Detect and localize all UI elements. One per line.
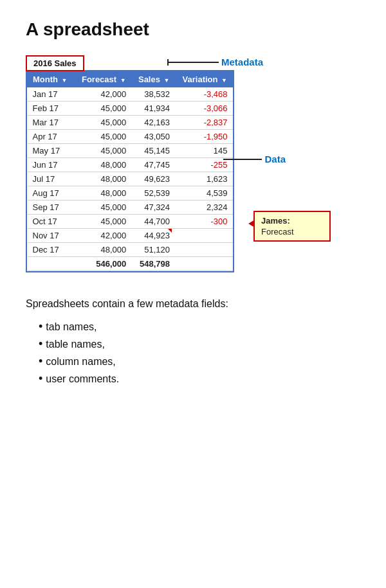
cell-month: Oct 17 [28,215,75,229]
cell-sales: 51,120 [131,243,175,257]
variation-dropdown[interactable]: ▼ [221,77,227,84]
cell-month: Nov 17 [28,229,75,243]
cell-forecast: 546,000 [74,257,131,271]
cell-sales: 49,623 [131,172,175,186]
cell-variation: 2,324 [175,200,233,215]
data-text: Data [264,154,286,165]
cell-month: Dec 17 [28,243,75,257]
cell-sales: 41,934 [131,102,175,116]
cell-variation: 1,623 [175,172,233,186]
cell-forecast: 45,000 [74,130,131,144]
table-row: Dec 1748,00051,120 [28,243,233,257]
cell-sales: 47,745 [131,158,175,172]
comment-author: James: [261,216,323,226]
cell-variation: 4,539 [175,186,233,200]
cell-month: Sep 17 [28,200,75,215]
cell-sales: 52,539 [131,186,175,200]
sales-dropdown[interactable]: ▼ [164,77,170,84]
cell-sales: 42,163 [131,116,175,130]
cell-sales: 43,050 [131,130,175,144]
cell-month: Apr 17 [28,130,75,144]
spreadsheet-table: Month ▼ Forecast ▼ Sales ▼ Variation ▼ J… [27,71,233,271]
month-dropdown[interactable]: ▼ [62,77,68,84]
cell-month: Jun 17 [28,158,75,172]
cell-forecast: 48,000 [74,158,131,172]
cell-forecast: 45,000 [74,116,131,130]
cell-sales: 44,923 [131,229,175,243]
col-variation[interactable]: Variation ▼ [175,72,233,87]
cell-variation [175,243,233,257]
cell-month: Aug 17 [28,186,75,200]
cell-month: Jan 17 [28,87,75,102]
table-wrapper: Month ▼ Forecast ▼ Sales ▼ Variation ▼ J… [26,70,234,272]
list-item: user comments. [39,372,360,386]
table-row: Nov 1742,00044,923 [28,229,233,243]
cell-variation [175,229,233,243]
cell-month: Feb 17 [28,102,75,116]
cell-forecast: 42,000 [74,229,131,243]
page-title: A spreadsheet [26,19,360,40]
cell-forecast: 45,000 [74,215,131,229]
cell-month: May 17 [28,144,75,158]
comment-text: Forecast [261,227,323,236]
cell-variation: -300 [175,215,233,229]
table-row: Apr 1745,00043,050-1,950 [28,130,233,144]
cell-month: Mar 17 [28,116,75,130]
cell-variation: -2,837 [175,116,233,130]
tab-label: 2016 Sales [26,55,84,71]
comment-tooltip: James: Forecast [253,211,331,242]
table-row: May 1745,00045,145145 [28,144,233,158]
list-item: tab names, [39,320,360,334]
data-line [223,159,262,160]
cell-month: Jul 17 [28,172,75,186]
table-row: Jan 1742,00038,532-3,468 [28,87,233,102]
table-row: Oct 1745,00044,700-300 [28,215,233,229]
cell-sales: 47,324 [131,200,175,215]
cell-variation: -3,468 [175,87,233,102]
description-text: Spreadsheets contain a few metadata fiel… [26,298,360,310]
table-row: Jul 1748,00049,6231,623 [28,172,233,186]
cell-forecast: 48,000 [74,243,131,257]
forecast-dropdown[interactable]: ▼ [120,77,126,84]
cell-variation: -3,066 [175,102,233,116]
table-row: 546,000548,798 [28,257,233,271]
table-row: Mar 1745,00042,163-2,837 [28,116,233,130]
cell-sales: 38,532 [131,87,175,102]
cell-forecast: 48,000 [74,172,131,186]
cell-sales: 548,798 [131,257,175,271]
cell-variation: -1,950 [175,130,233,144]
cell-forecast: 45,000 [74,102,131,116]
col-month[interactable]: Month ▼ [28,72,75,87]
cell-sales: 45,145 [131,144,175,158]
table-row: Sep 1745,00047,3242,324 [28,200,233,215]
data-annotation: Data [223,154,286,165]
cell-month [28,257,75,271]
table-row: Feb 1745,00041,934-3,066 [28,102,233,116]
table-row: Jun 1748,00047,745-255 [28,158,233,172]
cell-forecast: 45,000 [74,200,131,215]
cell-sales: 44,700 [131,215,175,229]
comment-marker: 44,923 [144,231,170,240]
list-item: column names, [39,355,360,368]
table-row: Aug 1748,00052,5394,539 [28,186,233,200]
list-item: table names, [39,337,360,351]
col-sales[interactable]: Sales ▼ [131,72,175,87]
cell-forecast: 48,000 [74,186,131,200]
cell-variation [175,257,233,271]
spreadsheet-section: 2016 Sales Metadata Month ▼ Forecast ▼ S… [26,55,360,275]
bullet-list: tab names,table names,column names,user … [26,320,360,386]
cell-forecast: 45,000 [74,144,131,158]
col-forecast[interactable]: Forecast ▼ [74,72,131,87]
cell-forecast: 42,000 [74,87,131,102]
